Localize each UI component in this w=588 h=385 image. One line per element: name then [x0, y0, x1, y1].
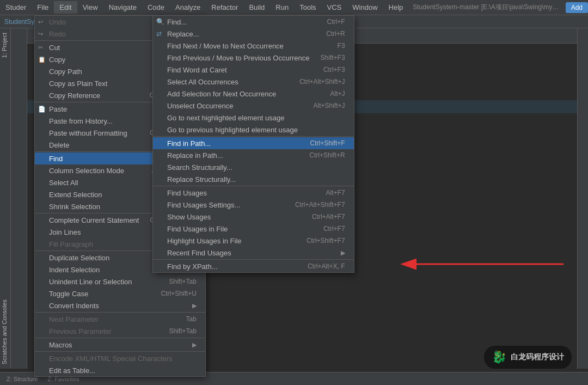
menu-navigate[interactable]: Navigate: [103, 1, 142, 14]
menu-window[interactable]: Window: [347, 1, 383, 14]
shortcut-sub-find-usages-file: Ctrl+F7: [323, 225, 345, 233]
submenu-label-highlight-file: Highlight Usages in File: [167, 237, 242, 245]
submenu-find[interactable]: 🔍 Find... Ctrl+F: [153, 16, 354, 28]
menu-item-prev-param[interactable]: Previous Parameter Shift+Tab: [35, 325, 205, 337]
sidebar-tab-project[interactable]: 1: Project: [0, 28, 10, 62]
submenu-go-next-usage[interactable]: Go to next highlighted element usage: [153, 112, 354, 124]
submenu-label-find-usages-file: Find Usages in File: [167, 225, 228, 233]
convert-indents-arrow-icon: ▶: [192, 302, 197, 309]
submenu-label-go-prev-usage: Go to previous highlighted element usage: [167, 126, 298, 134]
submenu-find-prev[interactable]: Find Previous / Move to Previous Occurre…: [153, 52, 354, 64]
menu-item-encode-xml[interactable]: Encode XML/HTML Special Characters: [35, 352, 205, 364]
watermark: 🐉 白龙码程序设计: [484, 346, 572, 369]
submenu-highlight-file[interactable]: Highlight Usages in File Ctrl+Shift+F7: [153, 235, 354, 247]
shortcut-sub-highlight-file: Ctrl+Shift+F7: [307, 237, 345, 245]
menu-label-shrink-sel: Shrink Selection: [49, 203, 100, 211]
menu-item-next-param[interactable]: Next Parameter Tab: [35, 313, 205, 325]
menu-studer[interactable]: Studer: [0, 1, 32, 14]
menu-label-unindent: Unindent Line or Selection: [49, 278, 132, 286]
shortcut-find: Ctrl+F: [327, 18, 345, 26]
submenu-find-xpath[interactable]: Find by XPath... Ctrl+Alt+X, F: [153, 260, 354, 272]
submenu-label-find-in-path: Find in Path...: [167, 139, 211, 148]
menu-code[interactable]: Code: [142, 1, 170, 14]
menu-item-edit-table[interactable]: Edit as Table...: [35, 364, 205, 376]
submenu-replace[interactable]: ⇄ Replace... Ctrl+R: [153, 28, 354, 40]
app-title: StudentSystem-master [E:\A项目\java\Swing\…: [408, 1, 565, 14]
find-icon: 🔍: [156, 18, 164, 26]
shortcut-sub-find-next: F3: [338, 42, 345, 50]
shortcut-toggle-case: Ctrl+Shift+U: [161, 290, 196, 297]
add-button[interactable]: Add: [566, 2, 588, 13]
menu-label-copy-ref: Copy Reference: [49, 91, 100, 100]
menu-label-toggle-case: Toggle Case: [49, 290, 88, 298]
submenu-replace-struct[interactable]: Replace Structurally...: [153, 173, 354, 185]
menu-label-paste-history: Paste from History...: [49, 117, 113, 125]
shortcut-sub-find-usages: Alt+F7: [326, 189, 345, 197]
menu-label-convert-indents: Convert Indents: [49, 302, 99, 310]
menu-label-copy-path: Copy Path: [49, 68, 82, 76]
submenu-label-find: Find...: [167, 18, 187, 26]
menu-label-column-mode: Column Selection Mode: [49, 167, 124, 175]
menu-analyze[interactable]: Analyze: [170, 1, 206, 14]
menu-help[interactable]: Help: [383, 1, 409, 14]
shortcut-sub-find-word: Ctrl+F3: [323, 66, 345, 74]
submenu-show-usages[interactable]: Show Usages Ctrl+Alt+F7: [153, 211, 354, 223]
menu-run[interactable]: Run: [270, 1, 294, 14]
menu-item-unindent[interactable]: Unindent Line or Selection Shift+Tab: [35, 276, 205, 288]
submenu-go-prev-usage[interactable]: Go to previous highlighted element usage: [153, 124, 354, 136]
submenu-select-all-occur[interactable]: Select All Occurrences Ctrl+Alt+Shift+J: [153, 76, 354, 88]
submenu-add-next-occur[interactable]: Add Selection for Next Occurrence Alt+J: [153, 88, 354, 100]
submenu-label-recent-find: Recent Find Usages: [167, 249, 231, 257]
sidebar-tab-scratches[interactable]: Scratches and Consoles: [0, 295, 10, 369]
menu-bar: Studer File Edit View Navigate Code Anal…: [0, 0, 588, 15]
submenu-find-usages-file[interactable]: Find Usages in File Ctrl+F7: [153, 223, 354, 235]
menu-refactor[interactable]: Refactor: [206, 1, 243, 14]
submenu-find-usages-settings[interactable]: Find Usages Settings... Ctrl+Alt+Shift+F…: [153, 199, 354, 211]
submenu-label-search-struct: Search Structurally...: [167, 163, 232, 172]
submenu-label-find-prev: Find Previous / Move to Previous Occurre…: [167, 54, 310, 62]
menu-vcs[interactable]: VCS: [322, 1, 347, 14]
submenu-find-word[interactable]: Find Word at Caret Ctrl+F3: [153, 64, 354, 76]
menu-item-macros[interactable]: Macros ▶: [35, 339, 205, 351]
replace-icon: ⇄: [156, 30, 162, 38]
submenu-label-find-usages-settings: Find Usages Settings...: [167, 201, 240, 209]
menu-tools[interactable]: Tools: [294, 1, 321, 14]
menu-item-convert-indents[interactable]: Convert Indents ▶: [35, 300, 205, 311]
menu-build[interactable]: Build: [243, 1, 270, 14]
project-panel: [11, 28, 27, 369]
redo-icon: ↪: [38, 30, 43, 38]
submenu-recent-find[interactable]: Recent Find Usages ▶: [153, 247, 354, 259]
menu-view[interactable]: View: [77, 1, 103, 14]
watermark-label: 白龙码程序设计: [511, 352, 564, 362]
submenu-unselect-occur[interactable]: Unselect Occurrence Alt+Shift+J: [153, 100, 354, 112]
shortcut-next-param: Tab: [186, 315, 196, 323]
shortcut-sub-find-prev: Shift+F3: [321, 54, 345, 62]
shortcut-sub-show-usages: Ctrl+Alt+F7: [312, 213, 345, 221]
submenu-label-find-word: Find Word at Caret: [167, 66, 227, 74]
shortcut-sub-find-in-path: Ctrl+Shift+F: [310, 139, 345, 147]
macros-arrow-icon: ▶: [192, 341, 197, 349]
menu-label-paste-plain: Paste without Formatting: [49, 129, 127, 137]
submenu-replace-in-path[interactable]: Replace in Path... Ctrl+Shift+R: [153, 149, 354, 161]
menu-label-undo: Undo: [49, 18, 66, 26]
undo-icon: ↩: [38, 19, 43, 26]
copy-icon: 📋: [38, 56, 46, 63]
menu-label-delete: Delete: [49, 141, 70, 149]
menu-label-copy-plain: Copy as Plain Text: [49, 80, 107, 88]
submenu-label-replace-in-path: Replace in Path...: [167, 151, 223, 160]
submenu-search-struct[interactable]: Search Structurally...: [153, 161, 354, 173]
submenu-find-usages[interactable]: Find Usages Alt+F7: [153, 187, 354, 199]
submenu-label-find-next: Find Next / Move to Next Occurrence: [167, 42, 284, 50]
menu-label-select-all: Select All: [49, 179, 78, 187]
submenu-find-next[interactable]: Find Next / Move to Next Occurrence F3: [153, 40, 354, 52]
menu-label-copy: Copy: [49, 56, 65, 64]
menu-file[interactable]: File: [32, 1, 54, 14]
recent-find-arrow-icon: ▶: [341, 249, 345, 256]
menu-edit[interactable]: Edit: [54, 1, 77, 14]
shortcut-sub-unselect-occur: Alt+Shift+J: [314, 102, 345, 109]
shortcut-sub-replace-in-path: Ctrl+Shift+R: [309, 151, 345, 159]
watermark-logo-icon: 🐉: [492, 350, 506, 364]
submenu-find-in-path[interactable]: Find in Path... Ctrl+Shift+F: [153, 137, 354, 149]
menu-label-macros: Macros: [49, 341, 72, 349]
menu-item-toggle-case[interactable]: Toggle Case Ctrl+Shift+U: [35, 288, 205, 300]
